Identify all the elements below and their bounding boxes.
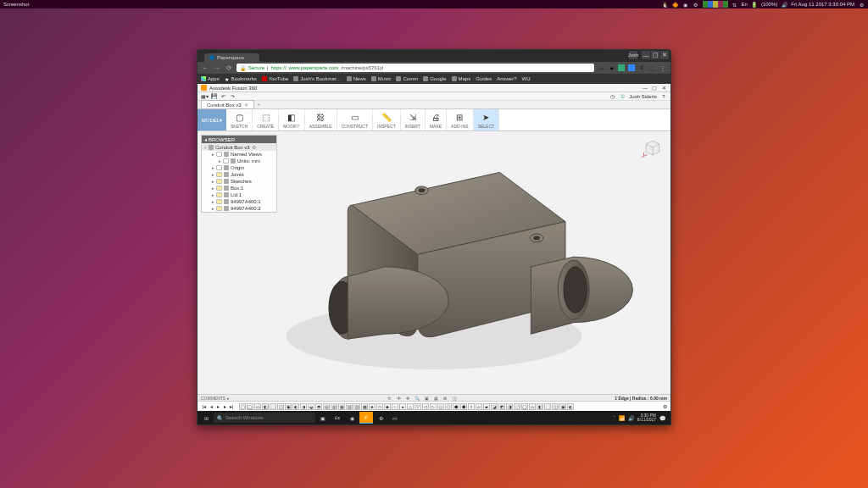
visibility-toggle[interactable] — [216, 206, 222, 211]
timeline-feature[interactable]: ◧ — [262, 403, 269, 410]
ext-icon-3[interactable] — [618, 64, 625, 71]
tl-play-icon[interactable]: ▸ — [214, 403, 221, 410]
tb-app[interactable]: ▭ — [388, 412, 402, 424]
ribbon-create[interactable]: ⬚CREATE — [253, 109, 279, 130]
timeline-feature[interactable]: ◇ — [376, 403, 383, 410]
ribbon-sketch[interactable]: ▢SKETCH — [226, 109, 253, 130]
timeline-feature[interactable]: ◧ — [537, 403, 543, 410]
file-menu-icon[interactable]: ▦▾ — [201, 93, 208, 100]
ribbon-addins[interactable]: ⊞ADD-INS — [447, 109, 474, 130]
fusion-maximize-button[interactable]: ▢ — [651, 85, 658, 92]
timeline-feature[interactable]: ▦ — [338, 403, 345, 410]
tl-next-icon[interactable]: ▸ — [221, 403, 228, 410]
timeline-feature[interactable]: ◫ — [552, 403, 559, 410]
timeline-feature[interactable]: ◫ — [277, 403, 284, 410]
notifications-icon[interactable]: 💬 — [659, 415, 665, 421]
bm-comm[interactable]: Comm — [396, 76, 418, 81]
browser-item[interactable]: ▸Named Views — [202, 151, 276, 158]
visibility-toggle[interactable] — [216, 186, 222, 191]
timeline-feature[interactable]: ▭ — [254, 403, 261, 410]
timeline-feature[interactable]: ▢ — [239, 403, 246, 410]
ext-icon-6[interactable]: ⬚ — [648, 64, 655, 71]
ribbon-inspect[interactable]: 📏INSPECT — [373, 109, 401, 130]
timeline-feature[interactable]: ◁ — [422, 403, 429, 410]
browser-item[interactable]: ▸Lid:1 — [202, 191, 276, 198]
network-icon[interactable]: ⇅ — [732, 1, 738, 8]
viewport[interactable]: ◂ BROWSER ▿Conduit Box v3 ⚙ ▸Named Views… — [198, 131, 670, 394]
timeline-feature[interactable]: ◒ — [308, 403, 314, 410]
tray-up-icon[interactable]: ˄ — [613, 415, 615, 421]
ribbon-construct[interactable]: ▭CONSTRUCT — [337, 109, 373, 130]
timeline-feature[interactable]: ○ — [392, 403, 398, 410]
timeline-feature[interactable]: ◊ — [468, 403, 475, 410]
tb-settings[interactable]: ⚙ — [374, 412, 387, 424]
visibility-toggle[interactable] — [216, 165, 222, 170]
visibility-toggle[interactable] — [223, 158, 229, 164]
bm-guides[interactable]: Guides — [476, 76, 492, 81]
browser-item[interactable]: ▸Sketches — [202, 178, 276, 185]
pan-icon[interactable]: ✥ — [404, 395, 411, 401]
forward-button[interactable]: → — [213, 64, 221, 72]
timeline-feature[interactable]: ▤ — [323, 403, 330, 410]
timeline-feature[interactable]: ▩ — [361, 403, 368, 410]
doc-tab-close-icon[interactable]: ✕ — [244, 102, 248, 108]
ribbon-modify[interactable]: ◧MODIFY — [279, 109, 304, 130]
browser-item[interactable]: ▸Joints — [202, 171, 276, 178]
timeline-feature[interactable]: ◆ — [384, 403, 391, 410]
bm-google[interactable]: Google — [423, 76, 446, 81]
timeline-feature[interactable]: ▰ — [483, 403, 490, 410]
wifi-icon[interactable]: 📶 — [619, 415, 625, 421]
browser-item[interactable]: ▸94997A400:1 — [202, 198, 276, 205]
undo-icon[interactable]: ↶ — [220, 93, 226, 100]
bm-apps[interactable]: Apps — [201, 76, 220, 81]
live-status-icon[interactable]: ◷ — [609, 93, 615, 100]
back-button[interactable]: ← — [201, 64, 209, 72]
bm-maps[interactable]: Maps — [452, 76, 471, 81]
chrome-menu-button[interactable]: ⋮ — [659, 64, 667, 72]
timeline-feature[interactable]: ▭ — [529, 403, 536, 410]
tb-chrome[interactable]: ◉ — [345, 412, 359, 424]
doc-tab-conduit[interactable]: Conduit Box v3 ✕ — [201, 100, 254, 109]
fit-icon[interactable]: ▣ — [423, 395, 430, 401]
tl-settings-icon[interactable]: ⚙ — [663, 403, 667, 409]
viewport-icon[interactable]: ◫ — [451, 395, 458, 401]
save-icon[interactable]: 💾 — [210, 93, 217, 100]
visibility-toggle[interactable] — [216, 152, 222, 157]
url-bar[interactable]: 🔒 Secure | https://www.paperspace.com/ma… — [236, 64, 594, 72]
tray-icon-1[interactable]: 🐧 — [662, 1, 669, 8]
browser-root[interactable]: ▿Conduit Box v3 ⚙ — [202, 143, 276, 151]
view-cube[interactable] — [642, 136, 664, 158]
win-clock[interactable]: 3:30 PM 8/11/2017 — [637, 413, 656, 422]
comments-toggle[interactable]: COMMENTS ▸ — [201, 396, 230, 401]
timeline-feature[interactable]: ◯ — [247, 403, 253, 410]
grid-icon[interactable]: ⊞ — [442, 395, 448, 401]
timeline-feature[interactable]: ⬚ — [270, 403, 276, 410]
timeline-feature[interactable]: ▢ — [514, 403, 520, 410]
timeline-feature[interactable]: ⬚ — [544, 403, 551, 410]
fusion-minimize-button[interactable]: — — [642, 85, 648, 92]
volume-icon[interactable]: 🔊 — [781, 1, 787, 8]
visibility-toggle[interactable] — [216, 179, 222, 184]
timeline-feature[interactable]: ◓ — [315, 403, 322, 410]
redo-icon[interactable]: ↷ — [229, 93, 236, 100]
reload-button[interactable]: ⟳ — [225, 64, 233, 72]
timeline-feature[interactable]: ◯ — [521, 403, 528, 410]
tb-explorer[interactable]: 🗂 — [331, 412, 344, 424]
timeline-feature[interactable]: ⬢ — [453, 403, 459, 410]
ext-icon-5[interactable]: ≡ — [638, 64, 645, 71]
timeline-feature[interactable]: ▥ — [331, 403, 337, 410]
timeline-feature[interactable]: ⬣ — [460, 403, 467, 410]
ext-icon-1[interactable]: ☆ — [598, 64, 604, 71]
search-windows-input[interactable]: 🔍 Search Windows — [214, 413, 315, 423]
display-icon[interactable]: ▦ — [432, 395, 439, 401]
timeline-feature[interactable]: ▧ — [346, 403, 353, 410]
tl-start-icon[interactable]: |◂ — [201, 403, 208, 410]
browser-item[interactable]: ▸94997A400:2 — [202, 205, 276, 212]
job-status-icon[interactable]: ① — [619, 93, 626, 100]
timeline-feature[interactable]: ● — [399, 403, 406, 410]
browser-header[interactable]: ◂ BROWSER — [202, 136, 276, 143]
bm-youtube[interactable]: YouTube — [262, 76, 289, 81]
tb-fusion[interactable]: F — [359, 412, 373, 424]
timeline-feature[interactable]: ◈ — [369, 403, 376, 410]
chrome-tab-paperspace[interactable]: Paperspace — [204, 53, 259, 62]
